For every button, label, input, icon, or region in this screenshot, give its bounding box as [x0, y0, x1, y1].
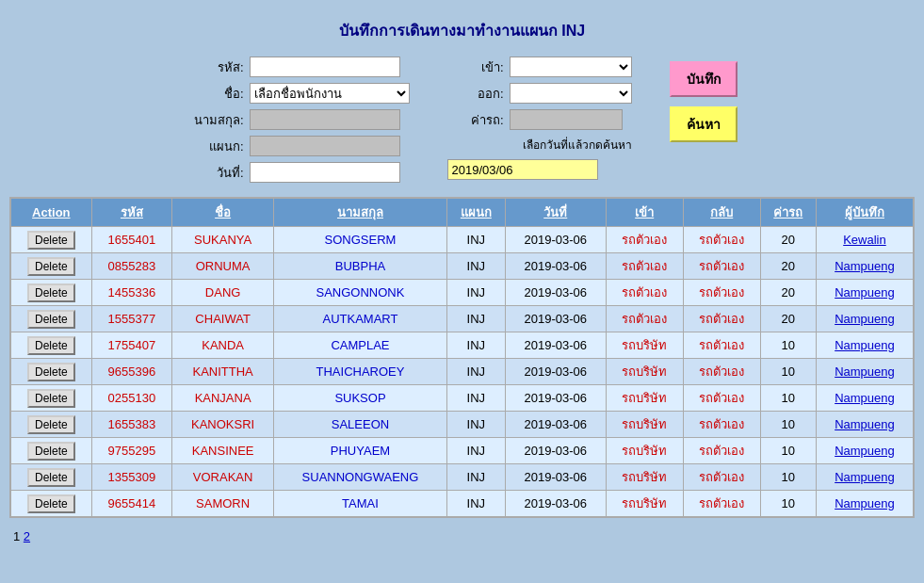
table-cell: 1755407 [91, 332, 172, 359]
table-cell: 2019-03-06 [505, 227, 606, 253]
col-plan: แผนก [446, 199, 505, 227]
table-cell: Nampueng [816, 332, 913, 359]
table-cell: Nampueng [816, 306, 913, 332]
table-cell: รถตัวเอง [683, 306, 760, 332]
surname-input [250, 109, 400, 130]
delete-button[interactable]: Delete [27, 415, 75, 434]
delete-button[interactable]: Delete [27, 389, 75, 408]
delete-button[interactable]: Delete [27, 468, 75, 487]
table-cell: Nampueng [816, 385, 913, 412]
table-cell: รถตัวเอง [683, 227, 760, 253]
col-code: รหัส [91, 199, 172, 227]
table-cell: 10 [760, 359, 816, 385]
col-surname: นามสกุล [274, 199, 447, 227]
table-cell: BUBPHA [274, 253, 447, 280]
enter-select[interactable] [510, 57, 632, 77]
delete-button[interactable]: Delete [27, 231, 75, 250]
table-cell: 2019-03-06 [505, 280, 606, 306]
name-label: ชื่อ: [187, 84, 244, 104]
table-cell: SUANNONGWAENG [274, 464, 447, 491]
table-cell: AUTKAMART [274, 306, 447, 332]
table-cell: 2019-03-06 [505, 306, 606, 332]
table-cell: รถตัวเอง [606, 227, 683, 253]
surname-label: นามสกุล: [187, 110, 244, 130]
table-cell: 0255130 [91, 385, 172, 412]
table-cell: INJ [446, 438, 505, 464]
table-cell: INJ [446, 280, 505, 306]
code-input[interactable] [250, 57, 400, 77]
table-cell: 1555377 [91, 306, 172, 332]
delete-button[interactable]: Delete [27, 442, 75, 461]
save-button[interactable]: บันทึก [670, 61, 738, 97]
table-row: Delete9655414SAMORNTAMAIINJ2019-03-06รถบ… [11, 491, 914, 517]
table-cell: 9655414 [91, 491, 172, 517]
code-label: รหัส: [187, 57, 244, 77]
delete-button[interactable]: Delete [27, 494, 75, 513]
table-cell: รถบริษัท [606, 438, 683, 464]
col-cost: ค่ารถ [760, 199, 816, 227]
search-button[interactable]: ค้นหา [670, 106, 738, 142]
table-cell: 2019-03-06 [505, 359, 606, 385]
table-row: Delete1455336DANGSANGONNONKINJ2019-03-06… [11, 280, 914, 306]
table-cell: PHUYAEM [274, 438, 447, 464]
table-cell: 1455336 [91, 280, 172, 306]
table-cell: รถบริษัท [606, 464, 683, 491]
cost-label: ค่ารถ: [447, 110, 504, 130]
table-cell: SUKSOP [274, 385, 447, 412]
delete-button[interactable]: Delete [27, 363, 75, 381]
table-row: Delete0255130KANJANASUKSOPINJ2019-03-06ร… [11, 385, 914, 412]
table-cell: 0855283 [91, 253, 172, 280]
table-cell: KANDA [172, 332, 274, 359]
table-cell: SUKANYA [172, 227, 274, 253]
table-cell: 2019-03-06 [505, 253, 606, 280]
table-cell: รถบริษัท [606, 412, 683, 438]
table-cell: CAMPLAE [274, 332, 447, 359]
data-table: Action รหัส ชื่อ นามสกุล แผนก วันที่ เข้… [9, 197, 915, 518]
pagination: 1 2 [9, 526, 915, 547]
name-select[interactable]: เลือกชื่อพนักงาน [250, 83, 410, 104]
table-cell: รถตัวเอง [606, 253, 683, 280]
col-exit: กลับ [683, 199, 760, 227]
table-cell: 20 [760, 306, 816, 332]
table-cell: INJ [446, 412, 505, 438]
table-cell: 9755295 [91, 438, 172, 464]
table-cell: รถตัวเอง [683, 412, 760, 438]
table-cell: KANSINEE [172, 438, 274, 464]
date-search-input[interactable] [447, 159, 598, 180]
table-row: Delete1355309VORAKANSUANNONGWAENGINJ2019… [11, 464, 914, 491]
table-cell: รถบริษัท [606, 491, 683, 517]
table-cell: TAMAI [274, 491, 447, 517]
exit-select[interactable] [510, 83, 632, 104]
table-cell: INJ [446, 491, 505, 517]
table-cell: 10 [760, 464, 816, 491]
table-cell: Nampueng [816, 464, 913, 491]
table-row: Delete1655401SUKANYASONGSERMINJ2019-03-0… [11, 227, 914, 253]
table-cell: รถตัวเอง [683, 438, 760, 464]
delete-button[interactable]: Delete [27, 310, 75, 329]
table-cell: KANOKSRI [172, 412, 274, 438]
table-cell: รถตัวเอง [606, 280, 683, 306]
col-recorder: ผู้บันทึก [816, 199, 913, 227]
table-cell: รถตัวเอง [683, 332, 760, 359]
table-cell: Nampueng [816, 438, 913, 464]
plan-label: แผนก: [187, 137, 244, 156]
table-cell: รถตัวเอง [683, 280, 760, 306]
delete-button[interactable]: Delete [27, 257, 75, 276]
table-cell: CHAIWAT [172, 306, 274, 332]
table-cell: DANG [172, 280, 274, 306]
col-action: Action [11, 199, 92, 227]
delete-button[interactable]: Delete [27, 283, 75, 302]
table-cell: รถตัวเอง [683, 359, 760, 385]
page-2-link[interactable]: 2 [24, 529, 30, 543]
table-row: Delete1755407KANDACAMPLAEINJ2019-03-06รถ… [11, 332, 914, 359]
table-cell: 1655383 [91, 412, 172, 438]
table-cell: 2019-03-06 [505, 491, 606, 517]
table-cell: SAMORN [172, 491, 274, 517]
table-cell: INJ [446, 306, 505, 332]
table-cell: INJ [446, 332, 505, 359]
date-label: วันที่: [187, 163, 244, 183]
delete-button[interactable]: Delete [27, 336, 75, 355]
table-cell: THAICHAROEY [274, 359, 447, 385]
table-cell: Nampueng [816, 280, 913, 306]
date-input[interactable] [250, 162, 400, 183]
